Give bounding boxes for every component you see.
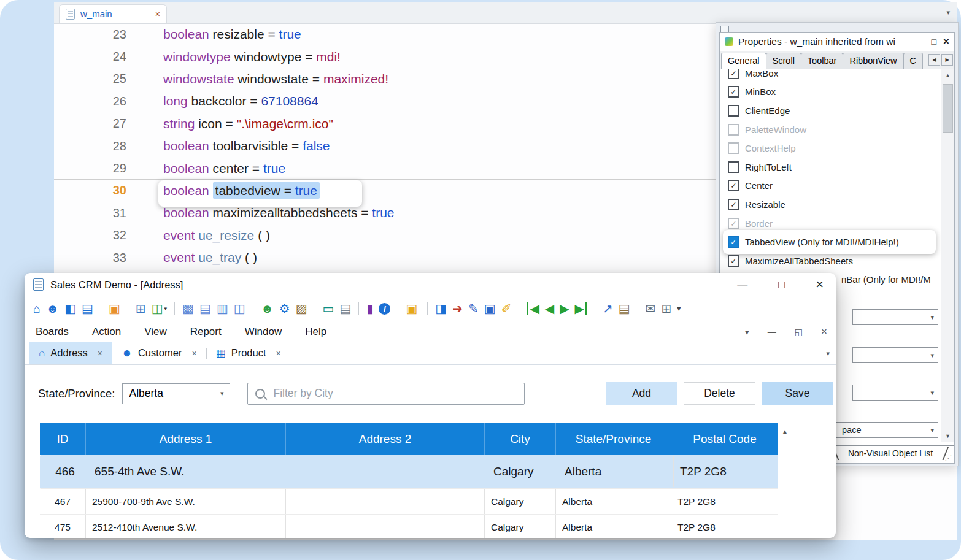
resize-grip-icon[interactable]: ⋰ <box>944 454 952 462</box>
mail-icon[interactable]: ✉ <box>646 302 656 315</box>
property-checkbox-maxbox[interactable]: ✓MaxBox <box>720 69 941 83</box>
previous-record-icon[interactable]: ◀ <box>545 302 554 315</box>
close-icon[interactable]: × <box>816 277 824 293</box>
save-icon[interactable]: ▣ <box>484 302 496 315</box>
table-icon[interactable]: ⊞ <box>661 302 671 315</box>
add-button[interactable]: Add <box>606 382 677 405</box>
tab-close-icon[interactable]: × <box>276 348 281 358</box>
help-book-icon[interactable]: ▮ <box>366 302 373 315</box>
last-record-icon[interactable]: ▶ <box>575 302 587 315</box>
maximize-icon[interactable]: □ <box>778 278 785 291</box>
checkbox-icon[interactable]: ✓ <box>728 255 739 267</box>
first-record-icon[interactable]: ◀ <box>527 302 539 315</box>
property-checkbox-palettewindow[interactable]: PaletteWindow <box>720 120 941 139</box>
edit-document-icon[interactable]: ✎ <box>468 302 479 315</box>
properties-tab-toolbar[interactable]: Toolbar <box>801 53 844 69</box>
grid-scrollbar[interactable]: ▲ <box>778 423 792 538</box>
properties-tab-ribbonview[interactable]: RibbonView <box>843 53 903 69</box>
scrollbar-thumb[interactable] <box>943 84 953 133</box>
property-combo-3[interactable]: ▾ <box>852 385 938 401</box>
property-checkbox-clientedge[interactable]: ClientEdge <box>720 101 941 120</box>
table-row[interactable]: 4752512-410th Avenue S.W.CalgaryAlbertaT… <box>40 515 778 538</box>
tab-scroll-left-icon[interactable]: ◀ <box>928 54 940 66</box>
non-visual-object-list-tab[interactable]: Non-Visual Object List <box>830 447 951 460</box>
city-filter-box[interactable] <box>247 383 525 405</box>
menu-action[interactable]: Action <box>92 326 121 338</box>
column-header-postal-code[interactable]: Postal Code <box>671 423 778 455</box>
import-window-icon[interactable]: ◨ <box>435 302 447 315</box>
mdi-minimize-icon[interactable]: — <box>768 327 776 337</box>
home-icon[interactable]: ⌂ <box>33 302 41 315</box>
tab-overflow-icon[interactable]: ▾ <box>946 9 950 17</box>
table-row[interactable]: 46725900-700-9th Ave S.W.CalgaryAlbertaT… <box>40 489 778 515</box>
minimize-icon[interactable]: — <box>737 278 747 291</box>
scroll-up-icon[interactable]: ▲ <box>941 69 954 82</box>
column-header-state-province[interactable]: State/Province <box>556 423 671 455</box>
checkbox-icon[interactable]: ✓ <box>728 218 739 229</box>
checkbox-icon[interactable]: ✓ <box>728 180 739 191</box>
properties-tab-general[interactable]: General <box>721 53 766 69</box>
id-card-icon[interactable]: ▭ <box>323 302 334 315</box>
export-arrow-icon[interactable]: ➔ <box>452 302 463 315</box>
column-header-address-2[interactable]: Address 2 <box>286 423 485 455</box>
property-checkbox-righttoleft[interactable]: RightToLeft <box>720 158 941 177</box>
column-header-id[interactable]: ID <box>40 423 86 455</box>
city-filter-input[interactable] <box>272 386 517 401</box>
property-checkbox-resizable[interactable]: ✓Resizable <box>720 195 941 214</box>
property-checkbox-maximizealltabbedsheets[interactable]: ✓MaximizeAllTabbedSheets <box>720 251 941 270</box>
settings-gear-icon[interactable]: ⚙ <box>279 302 290 315</box>
menu-window[interactable]: Window <box>245 326 282 338</box>
brush-icon[interactable]: ✐ <box>501 302 512 315</box>
tab-address[interactable]: ⌂Address× <box>29 342 112 364</box>
portfolio-icon[interactable]: ◧ <box>64 302 76 315</box>
document-icon[interactable]: ▤ <box>82 302 93 315</box>
window-properties-icon[interactable]: ▨ <box>296 302 307 315</box>
scroll-down-icon[interactable]: ▼ <box>941 430 954 442</box>
layout-icon[interactable]: ◫ <box>234 302 245 315</box>
grid-header-row[interactable]: IDAddress 1Address 2CityState/ProvincePo… <box>40 423 778 455</box>
copy-page-icon[interactable]: ▤ <box>339 302 351 315</box>
mdi-menu-icon[interactable]: ▾ <box>745 327 749 337</box>
properties-tab-scroll[interactable]: Scroll <box>766 53 801 69</box>
save-button[interactable]: Save <box>762 382 833 405</box>
info-icon[interactable]: i <box>379 303 390 315</box>
tile-columns-icon[interactable]: ▥ <box>217 302 228 315</box>
tab-close-icon[interactable]: × <box>191 348 196 358</box>
menu-view[interactable]: View <box>144 326 167 338</box>
properties-title-bar[interactable]: Properties - w_main inherited from wi □ … <box>720 33 954 51</box>
mdi-close-icon[interactable]: × <box>821 326 827 338</box>
team-icon[interactable]: ☻ <box>261 302 274 315</box>
menu-boards[interactable]: Boards <box>36 326 69 338</box>
export-file-icon[interactable]: ▤ <box>619 302 630 315</box>
checkbox-icon[interactable] <box>728 124 739 136</box>
menu-report[interactable]: Report <box>190 326 222 338</box>
property-combo-1[interactable]: ▾ <box>852 309 938 325</box>
clipboard-icon[interactable]: ▣ <box>109 302 120 315</box>
next-record-icon[interactable]: ▶ <box>560 302 569 315</box>
checkbox-icon[interactable] <box>728 161 739 173</box>
delete-button[interactable]: Delete <box>684 382 755 405</box>
tab-close-icon[interactable]: × <box>155 9 160 19</box>
menu-help[interactable]: Help <box>305 326 326 338</box>
column-header-city[interactable]: City <box>485 423 556 455</box>
property-checkbox-tabbedview-only-for-mdi-mdihelp[interactable]: ✓TabbedView (Only for MDI!/MDIHelp!) <box>720 232 941 251</box>
checkbox-icon[interactable]: ✓ <box>728 86 739 98</box>
tab-scroll-right-icon[interactable]: ▶ <box>941 54 953 66</box>
chart-up-icon[interactable]: ↗ <box>603 302 613 315</box>
checkbox-icon[interactable] <box>728 142 739 154</box>
properties-maximize-icon[interactable]: □ <box>932 37 936 47</box>
properties-tab-c[interactable]: C <box>903 53 923 69</box>
checkbox-icon[interactable]: ✓ <box>728 69 739 79</box>
column-header-address-1[interactable]: Address 1 <box>86 423 286 455</box>
property-combo-4[interactable]: pace▾ <box>823 422 938 438</box>
property-checkbox-minbox[interactable]: ✓MinBox <box>720 83 941 102</box>
cascade-windows-icon[interactable]: ▩ <box>182 302 194 315</box>
properties-close-icon[interactable]: × <box>943 36 949 48</box>
state-province-select[interactable]: Alberta ▾ <box>122 383 230 404</box>
properties-scrollbar[interactable]: ▲ ▼ <box>941 69 954 442</box>
tab-product[interactable]: ▦Product× <box>207 342 290 364</box>
table-row[interactable]: 466655-4th Ave S.W.CalgaryAlbertaT2P 2G8 <box>40 455 783 489</box>
checkbox-icon[interactable] <box>728 105 739 117</box>
grid-scroll-up-icon[interactable]: ▲ <box>782 428 788 538</box>
property-checkbox-contexthelp[interactable]: ContextHelp <box>720 139 941 158</box>
